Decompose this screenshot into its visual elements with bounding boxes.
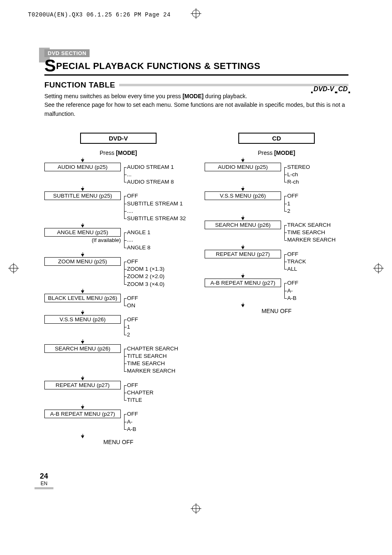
option-item: TIME SEARCH (287, 229, 336, 236)
menu-node-left: A-B REPEAT MENU (p27) (205, 279, 281, 287)
body-text-span: Setting menu switches as below every tim… (44, 93, 182, 99)
flow-area: DVD-V Press [MODE] AUDIO MENU (p25)AUDIO… (44, 133, 348, 445)
bracket-icon (124, 298, 125, 306)
menu-box: BLACK LEVEL MENU (p26) (44, 294, 121, 302)
option-item: 1 (287, 200, 298, 207)
down-arrow-icon (44, 222, 121, 228)
menu-box: SEARCH MENU (p26) (205, 221, 281, 229)
menu-node-left: ANGLE MENU (p25)(If available) (44, 228, 121, 243)
option-item: ZOOM 2 (×2.0) (127, 273, 164, 280)
menu-box: A-B REPEAT MENU (p27) (44, 410, 121, 418)
menu-box: REPEAT MENU (p27) (44, 381, 121, 389)
option-item: ALL (287, 265, 306, 273)
page-lang: EN (41, 481, 48, 486)
option-item: TIME SEARCH (127, 360, 178, 367)
option-item: OFF (127, 382, 154, 389)
page-num-value: 24 (35, 472, 53, 481)
option-item: OFF (127, 410, 138, 418)
crop-mark-icon (8, 263, 19, 274)
menu-node: A-B REPEAT MENU (p27)OFFA-A-B (205, 279, 348, 302)
option-item: R-ch (287, 178, 310, 186)
down-arrow-icon (205, 157, 281, 163)
menu-box: SUBTITLE MENU (p25) (44, 191, 121, 200)
option-item: AUDIO STREAM 8 (127, 178, 174, 186)
menu-note: (If available) (44, 237, 121, 243)
option-group: CHAPTER SEARCHTITLE SEARCHTIME SEARCHMAR… (124, 345, 178, 375)
option-item: TITLE SEARCH (127, 352, 178, 360)
menu-node-left: V.S.S MENU (p26) (205, 191, 281, 200)
menu-node: REPEAT MENU (p27)OFFCHAPTERTITLE (44, 381, 192, 404)
option-item: ANGLE 8 (127, 244, 150, 251)
option-list: OFF12 (127, 316, 138, 339)
option-item: L-ch (287, 171, 310, 178)
option-group: OFF12 (124, 316, 138, 339)
option-list: TRACK SEARCHTIME SEARCHMARKER SEARCH (287, 221, 336, 244)
menu-box: A-B REPEAT MENU (p27) (205, 279, 281, 287)
page-title: SPECIAL PLAYBACK FUNCTIONS & SETTINGS (44, 59, 348, 73)
disc-icons: DVD-V CD (313, 85, 348, 93)
option-item: OFF (287, 192, 298, 200)
menu-box: SEARCH MENU (p26) (44, 344, 121, 353)
option-list: OFFTRACKALL (287, 251, 306, 273)
menu-node-left: SEARCH MENU (p26) (44, 344, 121, 353)
down-arrow-icon (44, 288, 121, 294)
menu-node-left: SEARCH MENU (p26) (205, 221, 281, 229)
page-content: DVD SECTION SPECIAL PLAYBACK FUNCTIONS &… (44, 49, 348, 445)
press-label: Press (99, 150, 116, 156)
dropcap: S (44, 56, 56, 75)
menu-node: V.S.S MENU (p26)OFF12 (44, 315, 192, 339)
option-group: OFFCHAPTERTITLE (124, 382, 154, 404)
option-list: AUDIO STREAM 1...AUDIO STREAM 8 (127, 164, 174, 186)
option-item: MARKER SEARCH (287, 236, 336, 244)
menu-node-left: REPEAT MENU (p27) (44, 381, 121, 389)
option-item: A-B (127, 426, 138, 433)
press-mode: Press [MODE] (80, 150, 157, 156)
menu-node: V.S.S MENU (p26)OFF12 (205, 191, 348, 215)
option-group: OFFA-A-B (284, 279, 298, 302)
option-list: ANGLE 1....ANGLE 8 (127, 229, 150, 251)
option-item: OFF (127, 316, 138, 323)
menu-node: BLACK LEVEL MENU (p26)OFFON (44, 294, 192, 309)
down-arrow-icon (205, 273, 281, 279)
option-list: OFFA-A-B (287, 279, 298, 302)
menu-box: AUDIO MENU (p25) (44, 163, 121, 171)
press-label: Press (258, 150, 274, 156)
menu-node: SEARCH MENU (p26)TRACK SEARCHTIME SEARCH… (205, 221, 348, 244)
option-item: TRACK (287, 258, 306, 265)
menu-node-left: BLACK LEVEL MENU (p26) (44, 294, 121, 302)
dvdv-icon: DVD-V (313, 85, 335, 93)
menu-node-left: A-B REPEAT MENU (p27) (44, 410, 121, 418)
title-rest: PECIAL PLAYBACK FUNCTIONS & SETTINGS (56, 61, 261, 71)
menu-node-left: ZOOM MENU (p25) (44, 257, 121, 266)
mode-key: [MODE] (116, 150, 137, 156)
option-item: TRACK SEARCH (287, 221, 336, 229)
print-header: T0200UA(EN).QX3 06.1.25 6:26 PM Page 24 (28, 12, 171, 18)
option-item: MARKER SEARCH (127, 367, 178, 375)
down-arrow-icon (205, 186, 281, 191)
menu-node: SEARCH MENU (p26)CHAPTER SEARCHTITLE SEA… (44, 344, 192, 375)
mode-key: [MODE] (182, 93, 203, 99)
title-underline (44, 74, 348, 76)
option-item: .... (127, 236, 150, 244)
option-item: A-B (287, 295, 298, 302)
option-item: OFF (287, 251, 306, 258)
option-item: ON (127, 302, 138, 309)
down-arrow-icon (44, 157, 121, 163)
down-arrow-icon (44, 404, 121, 410)
option-group: OFFA-A-B (124, 410, 138, 433)
option-group: OFFON (124, 295, 138, 309)
subhead: FUNCTION TABLE (44, 81, 115, 90)
cd-header: CD (238, 133, 315, 144)
menu-node: ANGLE MENU (p25)(If available)ANGLE 1...… (44, 228, 192, 251)
option-item: ZOOM 3 (×4.0) (127, 281, 164, 288)
option-group: AUDIO STREAM 1...AUDIO STREAM 8 (124, 164, 174, 186)
menu-node: REPEAT MENU (p27)OFFTRACKALL (205, 250, 348, 273)
subhead-row: FUNCTION TABLE (44, 81, 348, 90)
option-group: TRACK SEARCHTIME SEARCHMARKER SEARCH (284, 221, 336, 244)
option-list: STEREOL-chR-ch (287, 164, 310, 186)
down-arrow-icon (44, 251, 121, 257)
down-arrow-icon (44, 433, 121, 439)
mode-key: [MODE] (274, 150, 295, 156)
menu-box: V.S.S MENU (p26) (44, 315, 121, 324)
body-text-span: See the reference page for how to set ea… (44, 101, 345, 117)
